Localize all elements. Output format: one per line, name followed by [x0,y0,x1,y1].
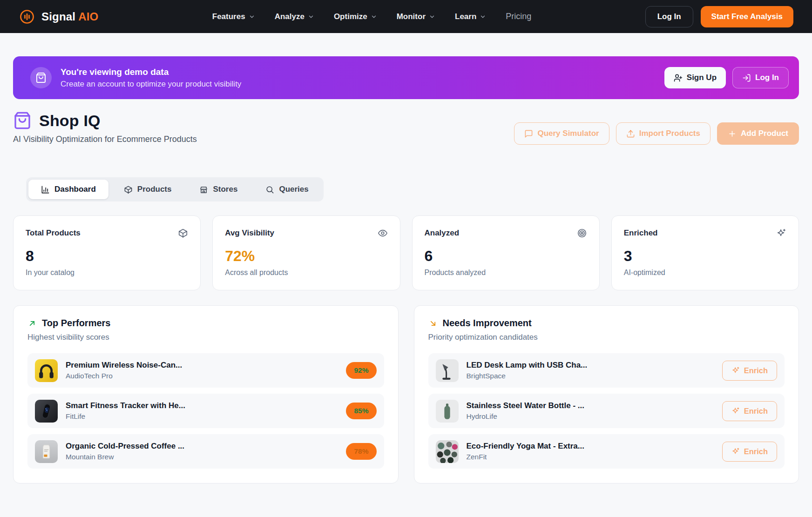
enrich-button[interactable]: Enrich [722,442,777,462]
search-icon [265,185,274,194]
product-name: Premium Wireless Noise-Can... [66,361,182,370]
stat-caption: Products analyzed [425,269,587,277]
top-performers-panel: Top Performers Highest visibility scores… [13,305,399,483]
nav-item-pricing[interactable]: Pricing [506,12,531,21]
product-info: LED Desk Lamp with USB Cha... BrightSpac… [467,361,588,380]
sparkles-icon [776,228,786,238]
import-products-button[interactable]: Import Products [616,122,710,145]
nav-item-label: Features [212,12,245,21]
fitness-tracker-thumbnail [35,400,58,423]
query-simulator-button[interactable]: Query Simulator [514,122,609,145]
package-icon [124,185,133,194]
query-simulator-label: Query Simulator [537,129,599,138]
product-row[interactable]: Stainless Steel Water Bottle - ... Hydro… [428,394,785,428]
stat-caption: In your catalog [26,269,188,277]
signup-button[interactable]: Sign Up [664,67,726,88]
headphones-thumbnail [35,359,58,382]
signup-label: Sign Up [687,73,717,82]
product-brand: AudioTech Pro [66,372,182,380]
signal-logo-icon [19,8,35,25]
enrich-button[interactable]: Enrich [722,361,777,381]
shopping-bag-icon [35,72,47,83]
banner-login-label: Log In [755,73,779,82]
brand-suffix: AIO [78,10,98,23]
log-in-icon [742,74,751,82]
upload-icon [626,129,635,138]
stat-caption: Across all products [225,269,387,277]
stat-label: Enriched [624,228,658,238]
eye-icon [378,228,388,238]
stat-cards: Total Products 8 In your catalog Avg Vis… [13,215,799,290]
login-button[interactable]: Log In [645,6,693,27]
sparkles-icon [731,407,740,415]
tab-label: Products [137,185,172,194]
plus-icon [728,129,737,138]
stat-value: 8 [26,248,188,265]
product-info: Premium Wireless Noise-Can... AudioTech … [66,361,182,380]
enrich-button[interactable]: Enrich [722,401,777,421]
banner-login-button[interactable]: Log In [732,67,789,88]
panel-subtitle: Priority optimization candidates [428,333,785,342]
page-subtitle: AI Visibility Optimization for Ecommerce… [13,134,197,144]
main-nav: Features Analyze Optimize Monitor Learn … [99,12,645,21]
product-row[interactable]: Organic Cold-Pressed Coffee ... Mountain… [27,434,384,469]
nav-item-learn[interactable]: Learn [455,12,486,21]
product-brand: BrightSpace [467,372,588,380]
stat-label: Analyzed [425,228,460,238]
top-navigation: SignalAIO Features Analyze Optimize Moni… [0,0,812,33]
nav-item-optimize[interactable]: Optimize [334,12,377,21]
product-row[interactable]: LED Desk Lamp with USB Cha... BrightSpac… [428,353,785,388]
product-info: Organic Cold-Pressed Coffee ... Mountain… [66,442,184,461]
banner-subtitle: Create an account to optimize your produ… [61,80,241,89]
product-name: Organic Cold-Pressed Coffee ... [66,442,184,451]
brand[interactable]: SignalAIO [19,8,99,25]
tab-queries[interactable]: Queries [253,180,321,199]
product-brand: ZenFit [467,453,584,461]
start-free-analysis-button[interactable]: Start Free Analysis [701,6,793,27]
tab-stores[interactable]: Stores [187,180,250,199]
panel-subtitle: Highest visibility scores [27,333,384,342]
demo-data-banner: You're viewing demo data Create an accou… [13,56,799,99]
chevron-down-icon [308,13,314,20]
tab-label: Stores [213,185,237,194]
arrow-down-right-icon [428,319,438,328]
page-title: Shop IQ [39,112,101,130]
stat-value: 3 [624,248,786,265]
nav-item-features[interactable]: Features [212,12,255,21]
product-name: Smart Fitness Tracker with He... [66,401,185,410]
nav-item-analyze[interactable]: Analyze [275,12,314,21]
stat-label: Total Products [26,228,81,238]
stat-value: 72% [225,248,387,265]
desk-lamp-thumbnail [436,359,459,382]
shop-iq-bag-icon [13,111,32,130]
nav-item-monitor[interactable]: Monitor [397,12,435,21]
arrow-up-right-icon [27,319,37,328]
user-plus-icon [674,74,683,82]
message-square-icon [524,129,533,138]
nav-item-label: Monitor [397,12,426,21]
product-row[interactable]: Smart Fitness Tracker with He... FitLife… [27,394,384,428]
product-row[interactable]: Eco-Friendly Yoga Mat - Extra... ZenFit … [428,434,785,469]
view-tabs: Dashboard Products Stores Queries [26,177,324,201]
sparkles-icon [731,447,740,456]
tab-label: Dashboard [54,185,96,194]
product-info: Eco-Friendly Yoga Mat - Extra... ZenFit [467,442,584,461]
banner-title: You're viewing demo data [61,67,241,77]
stat-card-avg-visibility: Avg Visibility 72% Across all products [212,215,400,290]
product-brand: FitLife [66,412,185,421]
tab-products[interactable]: Products [111,180,184,199]
brand-name: SignalAIO [41,10,99,23]
enrich-label: Enrich [744,447,768,456]
stat-label: Avg Visibility [225,228,274,238]
import-products-label: Import Products [639,129,700,138]
nav-actions: Log In Start Free Analysis [645,6,793,27]
add-product-button[interactable]: Add Product [717,122,799,145]
tab-dashboard[interactable]: Dashboard [28,180,108,199]
bar-chart-icon [41,185,50,194]
chevron-down-icon [429,13,435,20]
page-header-left: Shop IQ AI Visibility Optimization for E… [13,111,197,144]
product-info: Smart Fitness Tracker with He... FitLife [66,401,185,421]
tab-label: Queries [279,185,308,194]
product-brand: HydroLife [467,412,585,421]
product-row[interactable]: Premium Wireless Noise-Can... AudioTech … [27,353,384,388]
